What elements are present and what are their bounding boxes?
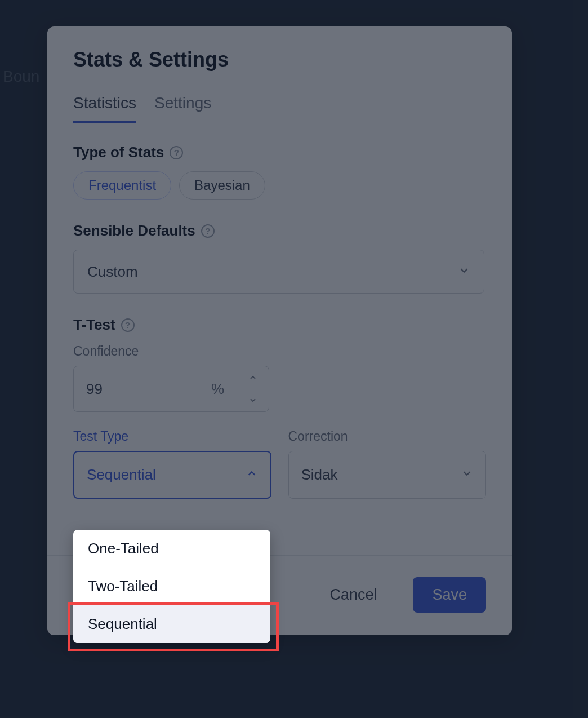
tab-settings[interactable]: Settings [154,87,211,123]
correction-select[interactable]: Sidak [288,451,487,499]
confidence-stepper [237,366,269,412]
correction-col: Correction Sidak [288,429,487,499]
type-of-stats-label: Type of Stats ? [73,144,486,161]
confidence-value: 99 [86,380,103,398]
sensible-defaults-label: Sensible Defaults ? [73,222,486,240]
test-type-select[interactable]: Sequential [73,451,271,499]
modal-title: Stats & Settings [47,26,512,87]
confidence-field: 99 % [73,366,486,412]
correction-value: Sidak [301,466,338,484]
ttest-text: T-Test [73,316,115,334]
help-icon[interactable]: ? [201,224,215,238]
chevron-down-icon [458,263,470,281]
type-of-stats-options: Frequentist Bayesian [73,171,486,200]
dropdown-option-two-tailed[interactable]: Two-Tailed [73,568,270,605]
stepper-up-button[interactable] [237,366,269,389]
sensible-defaults-select[interactable]: Custom [73,250,484,294]
modal-content: Type of Stats ? Frequentist Bayesian Sen… [47,123,512,504]
test-correction-row: Test Type Sequential Correction Sidak [73,429,486,499]
confidence-label: Confidence [73,344,486,359]
background-truncated-text: Boun [3,68,39,86]
type-of-stats-text: Type of Stats [73,144,164,161]
confidence-unit: % [211,380,224,398]
help-icon[interactable]: ? [170,146,183,159]
help-icon[interactable]: ? [121,318,135,332]
option-bayesian[interactable]: Bayesian [179,171,265,200]
sensible-defaults-text: Sensible Defaults [73,222,195,240]
tab-bar: Statistics Settings [47,87,512,123]
stepper-down-button[interactable] [237,389,269,412]
option-frequentist[interactable]: Frequentist [73,171,171,200]
dropdown-option-sequential[interactable]: Sequential [73,605,270,643]
test-type-col: Test Type Sequential [73,429,271,499]
confidence-input[interactable]: 99 % [73,366,237,412]
dropdown-option-one-tailed[interactable]: One-Tailed [73,530,270,568]
correction-label: Correction [288,429,487,444]
sensible-defaults-value: Custom [87,263,138,281]
test-type-value: Sequential [87,466,156,484]
test-type-dropdown: One-Tailed Two-Tailed Sequential [73,530,270,643]
ttest-label: T-Test ? [73,316,486,334]
chevron-up-icon [246,466,258,484]
tab-statistics[interactable]: Statistics [73,87,136,123]
save-button[interactable]: Save [413,577,486,613]
test-type-label: Test Type [73,429,271,444]
chevron-down-icon [461,466,473,484]
cancel-button[interactable]: Cancel [310,577,396,613]
